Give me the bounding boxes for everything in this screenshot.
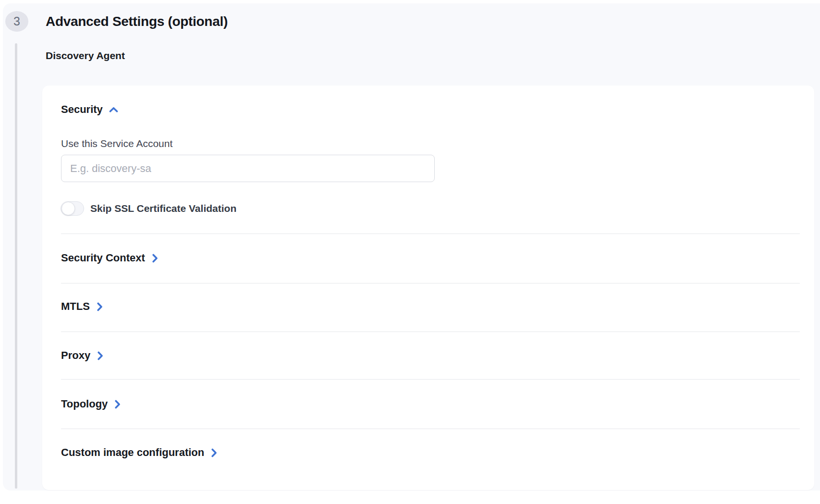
- discovery-agent-card: Security Use this Service Account Skip S…: [42, 86, 814, 490]
- section-row-proxy[interactable]: Proxy: [61, 348, 103, 363]
- chevron-right-icon: [97, 302, 103, 311]
- section-row-label: Topology: [61, 398, 108, 410]
- step-number-badge: 3: [5, 11, 28, 32]
- advanced-settings-step: 3 Advanced Settings (optional) Discovery…: [0, 0, 820, 504]
- step-connector-line: [15, 43, 17, 489]
- security-section-toggle[interactable]: Security: [61, 103, 118, 116]
- skip-ssl-toggle[interactable]: [61, 201, 84, 216]
- service-account-label: Use this Service Account: [61, 138, 172, 149]
- chevron-right-icon: [211, 448, 217, 457]
- divider: [61, 332, 800, 332]
- divider: [61, 379, 800, 380]
- divider: [61, 283, 800, 283]
- ssl-toggle-row: Skip SSL Certificate Validation: [61, 201, 236, 216]
- section-row-label: Proxy: [61, 349, 90, 362]
- section-row-label: Custom image configuration: [61, 446, 204, 459]
- divider: [61, 429, 800, 429]
- section-row-custom-image-configuration[interactable]: Custom image configuration: [61, 445, 217, 460]
- section-row-topology[interactable]: Topology: [61, 397, 121, 411]
- section-row-label: Security Context: [61, 252, 145, 264]
- divider: [61, 234, 800, 234]
- chevron-right-icon: [97, 351, 103, 360]
- section-subtitle: Discovery Agent: [46, 50, 125, 61]
- section-row-label: MTLS: [61, 300, 90, 313]
- toggle-knob: [61, 202, 75, 215]
- service-account-input[interactable]: [61, 155, 435, 182]
- skip-ssl-label: Skip SSL Certificate Validation: [90, 203, 236, 214]
- section-row-security-context[interactable]: Security Context: [61, 251, 158, 265]
- chevron-right-icon: [114, 400, 121, 409]
- chevron-up-icon: [109, 107, 118, 113]
- security-section-label: Security: [61, 103, 103, 116]
- section-row-mtls[interactable]: MTLS: [61, 299, 103, 314]
- chevron-right-icon: [152, 254, 158, 263]
- page-title: Advanced Settings (optional): [46, 14, 228, 29]
- step-number: 3: [13, 14, 20, 28]
